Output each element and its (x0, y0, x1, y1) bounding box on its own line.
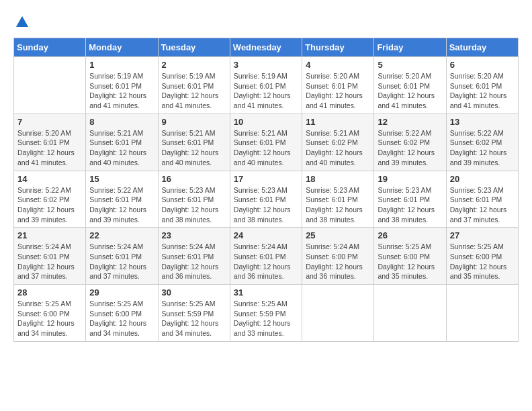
day-info: Sunrise: 5:25 AM Sunset: 5:59 PM Dayligh… (234, 299, 298, 338)
calendar-day-cell: 21Sunrise: 5:24 AM Sunset: 6:01 PM Dayli… (14, 228, 86, 285)
day-number: 6 (450, 60, 515, 70)
calendar-day-cell: 19Sunrise: 5:23 AM Sunset: 6:01 PM Dayli… (374, 171, 446, 228)
day-number: 29 (89, 287, 154, 298)
day-number: 18 (306, 174, 370, 184)
calendar-day-cell: 10Sunrise: 5:21 AM Sunset: 6:01 PM Dayli… (230, 113, 302, 171)
svg-marker-0 (16, 16, 28, 27)
calendar-day-cell: 30Sunrise: 5:25 AM Sunset: 5:59 PM Dayli… (158, 285, 230, 342)
calendar-day-cell: 22Sunrise: 5:24 AM Sunset: 6:01 PM Dayli… (86, 228, 158, 285)
day-info: Sunrise: 5:24 AM Sunset: 6:01 PM Dayligh… (234, 242, 298, 281)
calendar-day-cell: 7Sunrise: 5:20 AM Sunset: 6:01 PM Daylig… (14, 113, 86, 171)
calendar-day-cell: 17Sunrise: 5:23 AM Sunset: 6:01 PM Dayli… (230, 171, 302, 228)
day-info: Sunrise: 5:21 AM Sunset: 6:01 PM Dayligh… (162, 128, 226, 168)
day-info: Sunrise: 5:20 AM Sunset: 6:01 PM Dayligh… (17, 128, 82, 168)
calendar-day-header: Thursday (302, 38, 374, 57)
calendar-day-cell: 4Sunrise: 5:20 AM Sunset: 6:01 PM Daylig… (302, 57, 374, 114)
day-info: Sunrise: 5:24 AM Sunset: 6:01 PM Dayligh… (89, 242, 154, 281)
day-number: 31 (234, 287, 298, 298)
day-number: 24 (234, 230, 298, 240)
calendar-day-cell: 23Sunrise: 5:24 AM Sunset: 6:01 PM Dayli… (158, 228, 230, 285)
calendar-day-cell: 11Sunrise: 5:21 AM Sunset: 6:02 PM Dayli… (302, 113, 374, 171)
calendar-week-row: 7Sunrise: 5:20 AM Sunset: 6:01 PM Daylig… (14, 113, 519, 171)
day-info: Sunrise: 5:25 AM Sunset: 6:00 PM Dayligh… (378, 242, 442, 281)
calendar-day-cell: 1Sunrise: 5:19 AM Sunset: 6:01 PM Daylig… (86, 57, 158, 114)
day-number: 4 (306, 60, 370, 70)
calendar-day-cell: 5Sunrise: 5:20 AM Sunset: 6:01 PM Daylig… (374, 57, 446, 114)
day-info: Sunrise: 5:25 AM Sunset: 6:00 PM Dayligh… (450, 242, 515, 281)
day-number: 2 (162, 60, 226, 70)
day-info: Sunrise: 5:24 AM Sunset: 6:01 PM Dayligh… (162, 242, 226, 281)
logo-icon (15, 13, 30, 28)
day-info: Sunrise: 5:22 AM Sunset: 6:01 PM Dayligh… (89, 185, 154, 225)
day-number: 25 (306, 230, 370, 240)
calendar-week-row: 28Sunrise: 5:25 AM Sunset: 6:00 PM Dayli… (14, 285, 519, 342)
day-number: 3 (234, 60, 298, 70)
calendar-day-cell: 9Sunrise: 5:21 AM Sunset: 6:01 PM Daylig… (158, 113, 230, 171)
calendar-day-cell: 6Sunrise: 5:20 AM Sunset: 6:01 PM Daylig… (446, 57, 518, 114)
day-info: Sunrise: 5:23 AM Sunset: 6:01 PM Dayligh… (378, 185, 442, 225)
day-info: Sunrise: 5:19 AM Sunset: 6:01 PM Dayligh… (89, 71, 154, 111)
calendar-day-cell (302, 285, 374, 342)
calendar-day-header: Monday (86, 38, 158, 57)
day-info: Sunrise: 5:20 AM Sunset: 6:01 PM Dayligh… (450, 71, 515, 111)
day-number: 28 (17, 287, 82, 298)
day-info: Sunrise: 5:19 AM Sunset: 6:01 PM Dayligh… (234, 71, 298, 111)
calendar-day-cell: 31Sunrise: 5:25 AM Sunset: 5:59 PM Dayli… (230, 285, 302, 342)
calendar-day-cell: 29Sunrise: 5:25 AM Sunset: 6:00 PM Dayli… (86, 285, 158, 342)
calendar-day-cell: 16Sunrise: 5:23 AM Sunset: 6:01 PM Dayli… (158, 171, 230, 228)
day-number: 12 (378, 117, 442, 127)
calendar-day-header: Tuesday (158, 38, 230, 57)
day-info: Sunrise: 5:22 AM Sunset: 6:02 PM Dayligh… (378, 128, 442, 168)
header (13, 13, 519, 31)
day-number: 11 (306, 117, 370, 127)
day-info: Sunrise: 5:21 AM Sunset: 6:01 PM Dayligh… (89, 128, 154, 168)
calendar-day-cell: 15Sunrise: 5:22 AM Sunset: 6:01 PM Dayli… (86, 171, 158, 228)
calendar-day-cell: 12Sunrise: 5:22 AM Sunset: 6:02 PM Dayli… (374, 113, 446, 171)
day-info: Sunrise: 5:25 AM Sunset: 6:00 PM Dayligh… (89, 299, 154, 338)
day-info: Sunrise: 5:21 AM Sunset: 6:01 PM Dayligh… (234, 128, 298, 168)
day-number: 9 (162, 117, 226, 127)
day-number: 27 (450, 230, 515, 240)
calendar-day-header: Sunday (14, 38, 86, 57)
day-info: Sunrise: 5:23 AM Sunset: 6:01 PM Dayligh… (306, 185, 370, 225)
day-number: 10 (234, 117, 298, 127)
calendar-day-cell: 24Sunrise: 5:24 AM Sunset: 6:01 PM Dayli… (230, 228, 302, 285)
calendar-day-cell: 20Sunrise: 5:23 AM Sunset: 6:01 PM Dayli… (446, 171, 518, 228)
day-info: Sunrise: 5:24 AM Sunset: 6:00 PM Dayligh… (306, 242, 370, 281)
day-info: Sunrise: 5:24 AM Sunset: 6:01 PM Dayligh… (17, 242, 82, 281)
day-number: 30 (162, 287, 226, 298)
day-info: Sunrise: 5:23 AM Sunset: 6:01 PM Dayligh… (234, 185, 298, 225)
calendar-day-cell: 2Sunrise: 5:19 AM Sunset: 6:01 PM Daylig… (158, 57, 230, 114)
calendar-day-cell: 13Sunrise: 5:22 AM Sunset: 6:02 PM Dayli… (446, 113, 518, 171)
day-info: Sunrise: 5:25 AM Sunset: 6:00 PM Dayligh… (17, 299, 82, 338)
day-number: 14 (17, 174, 82, 184)
day-info: Sunrise: 5:22 AM Sunset: 6:02 PM Dayligh… (17, 185, 82, 225)
logo (13, 13, 30, 31)
day-info: Sunrise: 5:23 AM Sunset: 6:01 PM Dayligh… (450, 185, 515, 225)
calendar-table: SundayMondayTuesdayWednesdayThursdayFrid… (13, 38, 519, 342)
day-info: Sunrise: 5:20 AM Sunset: 6:01 PM Dayligh… (378, 71, 442, 111)
calendar-day-cell (374, 285, 446, 342)
day-number: 5 (378, 60, 442, 70)
day-info: Sunrise: 5:22 AM Sunset: 6:02 PM Dayligh… (450, 128, 515, 168)
day-number: 22 (89, 230, 154, 240)
calendar-week-row: 21Sunrise: 5:24 AM Sunset: 6:01 PM Dayli… (14, 228, 519, 285)
calendar-day-cell: 26Sunrise: 5:25 AM Sunset: 6:00 PM Dayli… (374, 228, 446, 285)
calendar-day-cell: 18Sunrise: 5:23 AM Sunset: 6:01 PM Dayli… (302, 171, 374, 228)
calendar-week-row: 1Sunrise: 5:19 AM Sunset: 6:01 PM Daylig… (14, 57, 519, 114)
calendar-day-cell (14, 57, 86, 114)
day-number: 23 (162, 230, 226, 240)
day-number: 19 (378, 174, 442, 184)
day-number: 16 (162, 174, 226, 184)
calendar-day-header: Wednesday (230, 38, 302, 57)
calendar-day-cell: 14Sunrise: 5:22 AM Sunset: 6:02 PM Dayli… (14, 171, 86, 228)
day-number: 13 (450, 117, 515, 127)
calendar-day-cell: 27Sunrise: 5:25 AM Sunset: 6:00 PM Dayli… (446, 228, 518, 285)
calendar-day-header: Saturday (446, 38, 518, 57)
day-info: Sunrise: 5:19 AM Sunset: 6:01 PM Dayligh… (162, 71, 226, 111)
day-number: 26 (378, 230, 442, 240)
day-info: Sunrise: 5:25 AM Sunset: 5:59 PM Dayligh… (162, 299, 226, 338)
day-number: 21 (17, 230, 82, 240)
calendar-day-cell: 8Sunrise: 5:21 AM Sunset: 6:01 PM Daylig… (86, 113, 158, 171)
calendar-header-row: SundayMondayTuesdayWednesdayThursdayFrid… (14, 38, 519, 57)
